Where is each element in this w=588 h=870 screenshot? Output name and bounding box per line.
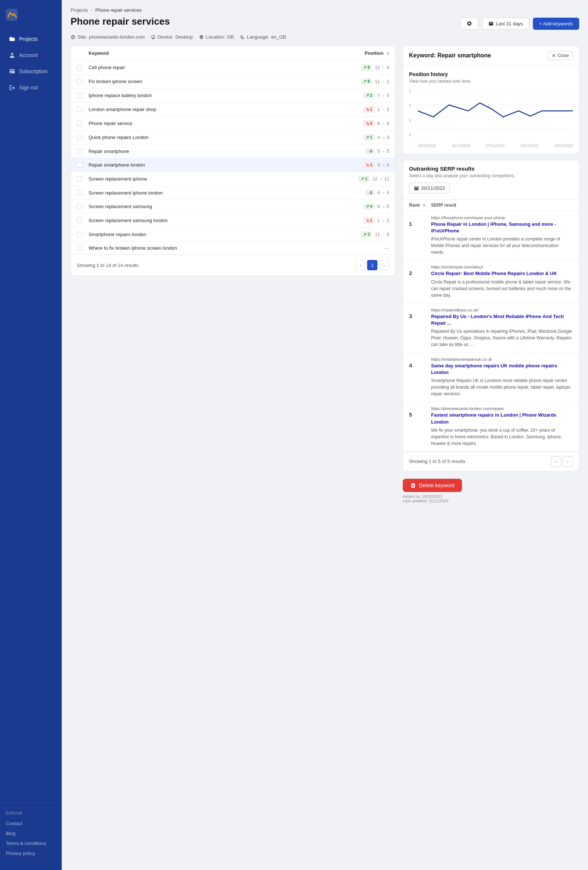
serp-result-title[interactable]: Fastest smartphone repairs in London | P… <box>431 412 573 425</box>
position-cell: ↘ 1 1 → 2 <box>345 106 389 113</box>
row-checkbox[interactable] <box>77 121 82 126</box>
badge-down: ↘ 1 <box>364 162 374 168</box>
page-title: Phone repair services <box>71 16 170 27</box>
terms-link[interactable]: Terms & conditions <box>3 839 59 848</box>
meta-site: Site: phonewizards-london.com <box>71 34 145 40</box>
pos-change: 4 → 4 <box>377 190 389 195</box>
row-checkbox-cell <box>77 162 89 168</box>
gear-icon <box>466 21 472 27</box>
serp-next-button[interactable]: › <box>563 456 573 466</box>
header-position: Position ⇅ <box>345 51 389 56</box>
breadcrumb-projects[interactable]: Projects <box>71 7 88 13</box>
serp-url: https://circlerepair.com/about <box>431 265 573 269</box>
row-checkbox[interactable] <box>77 204 82 209</box>
pos-change: 11 → 8 <box>375 232 389 237</box>
sidebar-item-subscription[interactable]: Subscription <box>3 64 59 79</box>
table-footer: Showing 1 to 14 of 14 results ‹ 1 › <box>71 255 395 276</box>
serp-result-title[interactable]: Repaired By Us - London's Most Reliable … <box>431 313 573 326</box>
pos-change: 6 → 8 <box>377 121 389 126</box>
header-keyword: Keyword <box>89 51 345 56</box>
row-checkbox[interactable] <box>77 245 82 251</box>
table-row[interactable]: Screen replacement iphone london - 0 4 →… <box>71 186 395 200</box>
close-button[interactable]: Close <box>548 51 573 60</box>
serp-url: https://smartphonerepairsuk.co.uk <box>431 357 573 362</box>
row-checkbox[interactable] <box>77 218 82 223</box>
next-page-button[interactable]: › <box>379 260 389 270</box>
date-range-button[interactable]: Last 31 days <box>482 18 529 30</box>
calendar-small-icon <box>414 186 419 191</box>
page-1-button[interactable]: 1 <box>367 260 377 270</box>
contact-link[interactable]: Contact <box>3 818 59 828</box>
sidebar-item-account[interactable]: Account <box>3 48 59 63</box>
table-row[interactable]: Phone repair service ↘ 2 6 → 8 <box>71 116 395 131</box>
table-row[interactable]: Iphone replace battery london ↗ 2 7 → 5 <box>71 89 395 103</box>
row-checkbox-cell <box>77 121 89 126</box>
row-checkbox[interactable] <box>77 162 82 168</box>
delete-keyword-button[interactable]: Delete keyword <box>403 479 462 492</box>
row-checkbox[interactable] <box>77 79 82 84</box>
meta-location: Location: GB <box>199 34 234 40</box>
table-header: Keyword Position ⇅ <box>71 46 395 61</box>
add-keywords-button[interactable]: + Add keywords <box>533 18 579 30</box>
pos-change: 12 → 11 <box>373 176 389 182</box>
blog-link[interactable]: Blog <box>3 828 59 839</box>
table-row[interactable]: Screen replacement samsung london ↘ 1 1 … <box>71 214 395 228</box>
pos-change: 1 → 2 <box>377 218 389 223</box>
keyword-detail-card: Keyword: Repair smartphone Close Positio… <box>403 46 579 154</box>
kd-body: Position history View how you ranked ove… <box>403 66 579 154</box>
sidebar-item-signout[interactable]: Sign out <box>3 80 59 95</box>
serp-result-title[interactable]: Phone Repair in London | iPhone, Samsung… <box>431 221 573 234</box>
logo[interactable] <box>0 6 62 31</box>
row-checkbox[interactable] <box>77 93 82 98</box>
settings-button[interactable] <box>460 17 478 30</box>
serp-result-title[interactable]: Circle Repair: Best Mobile Phone Repairs… <box>431 270 573 277</box>
privacy-link[interactable]: Privacy policy <box>3 848 59 858</box>
serp-result-title[interactable]: Same day smartphone repairs UK mobile ph… <box>431 362 573 376</box>
table-row[interactable]: Screen replacement iphone ↗ 1 12 → 11 <box>71 172 395 186</box>
sidebar-item-projects[interactable]: Projects <box>3 31 59 47</box>
sort-icon: ⇅ <box>386 52 389 55</box>
row-checkbox[interactable] <box>77 149 82 154</box>
date-selector[interactable]: 20/11/2022 <box>409 183 450 194</box>
serp-prev-button[interactable]: ‹ <box>551 456 561 466</box>
row-checkbox[interactable] <box>77 135 82 140</box>
row-checkbox[interactable] <box>77 65 82 70</box>
badge-neutral: - 0 <box>365 148 374 154</box>
close-icon <box>552 53 556 58</box>
pos-history-sub: View how you ranked over time. <box>409 79 573 84</box>
table-row[interactable]: Repair smartphone london ↘ 1 3 → 4 <box>71 158 395 172</box>
keyword-name: Screen replacement samsung <box>89 204 345 209</box>
kd-title: Keyword: Repair smartphone <box>409 52 491 59</box>
serp-row: 5 https://phonewizards-london.com/repair… <box>403 402 579 451</box>
pos-change: 11 → 2 <box>375 79 389 84</box>
right-panel: Keyword: Repair smartphone Close Positio… <box>403 46 579 503</box>
table-row[interactable]: Quick phone repairs London ↗ 1 4 → 3 <box>71 131 395 145</box>
pos-change: 5 → 5 <box>377 149 389 154</box>
serp-row: 1 https://ifixurphone.com/repair-your-ph… <box>403 211 579 260</box>
table-row[interactable]: Where to fix broken iphone screen london… <box>71 241 395 255</box>
language-icon <box>240 34 245 40</box>
row-checkbox[interactable] <box>77 190 82 196</box>
table-row[interactable]: Cell phone repair ↗ 8 12 → 4 <box>71 61 395 74</box>
showing-text: Showing 1 to 14 of 14 results <box>77 262 138 268</box>
row-checkbox[interactable] <box>77 232 82 237</box>
keyword-name: Repair smartphone london <box>89 162 345 168</box>
serp-body: 1 https://ifixurphone.com/repair-your-ph… <box>403 211 579 451</box>
row-checkbox[interactable] <box>77 107 82 112</box>
serp-url: https://repairedbyus.co.uk/ <box>431 308 573 312</box>
row-checkbox[interactable] <box>77 176 82 182</box>
table-row[interactable]: Fix broken iphone screen ↗ 9 11 → 2 <box>71 74 395 89</box>
keyword-name: Quick phone repairs London <box>89 135 345 140</box>
prev-page-button[interactable]: ‹ <box>355 260 366 270</box>
table-row[interactable]: London smartphone repair shop ↘ 1 1 → 2 <box>71 103 395 116</box>
header-actions: Last 31 days + Add keywords <box>460 17 579 30</box>
table-row[interactable]: Screen replacement samsung ↗ 4 9 → 5 <box>71 200 395 214</box>
serp-rank: 5 <box>409 406 431 418</box>
table-row[interactable]: Smartphone repairs london ↗ 3 11 → 8 <box>71 228 395 241</box>
badge-up: ↗ 8 <box>361 64 372 71</box>
calendar-icon <box>489 21 493 26</box>
keyword-name: Iphone replace battery london <box>89 93 345 98</box>
row-checkbox-cell <box>77 135 89 140</box>
position-cell: ↗ 3 11 → 8 <box>345 231 389 238</box>
table-row[interactable]: Repair smartphone - 0 5 → 5 <box>71 145 395 158</box>
